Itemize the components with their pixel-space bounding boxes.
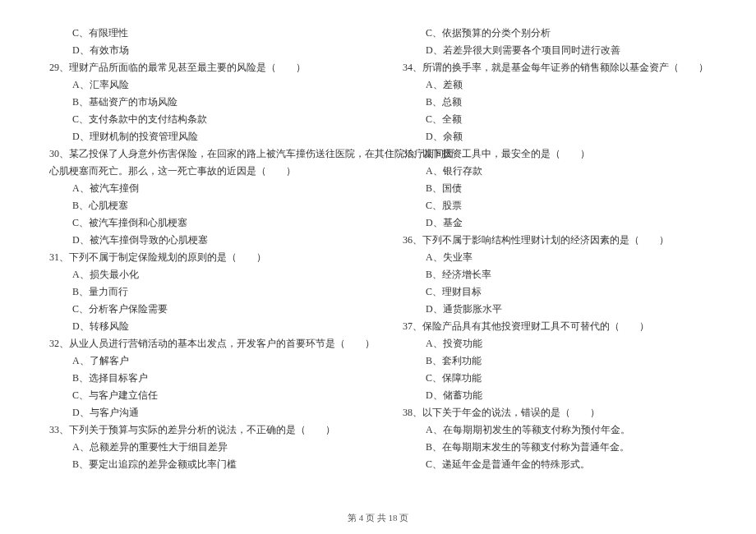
option-text: C、有限理性 bbox=[72, 25, 353, 42]
option-text: A、汇率风险 bbox=[72, 76, 353, 94]
option-text: D、与客户沟通 bbox=[72, 404, 353, 421]
option-text: C、被汽车撞倒和心肌梗塞 bbox=[72, 214, 353, 232]
option-text: D、被汽车撞倒导致的心肌梗塞 bbox=[72, 232, 353, 249]
left-column: C、有限理性 D、有效市场 29、理财产品所面临的最常见甚至最主要的风险是（ ）… bbox=[0, 25, 378, 501]
option-text: C、分析客户保险需要 bbox=[72, 301, 353, 318]
option-text: C、支付条款中的支付结构条款 bbox=[72, 111, 353, 128]
option-text: A、银行存款 bbox=[426, 163, 731, 180]
option-text: B、要定出追踪的差异金额或比率门槛 bbox=[72, 456, 353, 473]
option-text: B、经济增长率 bbox=[426, 266, 731, 283]
option-text: B、选择目标客户 bbox=[72, 370, 353, 387]
option-text: D、转移风险 bbox=[72, 318, 353, 335]
option-text: C、递延年金是普通年金的特殊形式。 bbox=[426, 456, 731, 473]
question-stem-continued: 心肌梗塞而死亡。那么，这一死亡事故的近因是（ ） bbox=[49, 163, 353, 180]
option-text: B、量力而行 bbox=[72, 283, 353, 301]
question-stem: 37、保险产品具有其他投资理财工具不可替代的（ ） bbox=[403, 318, 731, 335]
question-stem: 30、某乙投保了人身意外伤害保险，在回家的路上被汽车撞伤送往医院，在其住院治疗期… bbox=[49, 145, 353, 163]
option-text: C、依据预算的分类个别分析 bbox=[426, 25, 731, 42]
option-text: A、在每期期初发生的等额支付称为预付年金。 bbox=[426, 421, 731, 439]
page-footer: 第 4 页 共 18 页 bbox=[0, 512, 756, 524]
option-text: B、国债 bbox=[426, 180, 731, 197]
option-text: C、理财目标 bbox=[426, 283, 731, 301]
question-stem: 36、下列不属于影响结构性理财计划的经济因素的是（ ） bbox=[403, 232, 731, 249]
option-text: C、保障功能 bbox=[426, 370, 731, 387]
option-text: B、在每期期末发生的等额支付称为普通年金。 bbox=[426, 439, 731, 456]
question-stem: 29、理财产品所面临的最常见甚至最主要的风险是（ ） bbox=[49, 59, 353, 76]
option-text: D、基金 bbox=[426, 214, 731, 232]
option-text: A、了解客户 bbox=[72, 352, 353, 370]
question-stem: 38、以下关于年金的说法，错误的是（ ） bbox=[403, 404, 731, 421]
question-stem: 32、从业人员进行营销活动的基本出发点，开发客户的首要环节是（ ） bbox=[49, 335, 353, 352]
option-text: D、理财机制的投资管理风险 bbox=[72, 128, 353, 145]
question-stem: 31、下列不属于制定保险规划的原则的是（ ） bbox=[49, 249, 353, 266]
option-text: B、心肌梗塞 bbox=[72, 197, 353, 214]
option-text: C、股票 bbox=[426, 197, 731, 214]
option-text: A、差额 bbox=[426, 76, 731, 94]
question-stem: 34、所谓的换手率，就是基金每年证券的销售额除以基金资产（ ） bbox=[403, 59, 731, 76]
question-stem: 33、下列关于预算与实际的差异分析的说法，不正确的是（ ） bbox=[49, 421, 353, 439]
content-columns: C、有限理性 D、有效市场 29、理财产品所面临的最常见甚至最主要的风险是（ ）… bbox=[0, 25, 756, 501]
option-text: A、被汽车撞倒 bbox=[72, 180, 353, 197]
option-text: A、投资功能 bbox=[426, 335, 731, 352]
option-text: A、损失最小化 bbox=[72, 266, 353, 283]
option-text: D、储蓄功能 bbox=[426, 387, 731, 404]
option-text: C、全额 bbox=[426, 111, 731, 128]
option-text: C、与客户建立信任 bbox=[72, 387, 353, 404]
right-column: C、依据预算的分类个别分析 D、若差异很大则需要各个项目同时进行改善 34、所谓… bbox=[378, 25, 756, 501]
option-text: D、有效市场 bbox=[72, 42, 353, 59]
question-stem: 35、以下投资工具中，最安全的是（ ） bbox=[403, 145, 731, 163]
option-text: A、失业率 bbox=[426, 249, 731, 266]
option-text: A、总额差异的重要性大于细目差异 bbox=[72, 439, 353, 456]
option-text: D、若差异很大则需要各个项目同时进行改善 bbox=[426, 42, 731, 59]
option-text: D、通货膨胀水平 bbox=[426, 301, 731, 318]
option-text: D、余额 bbox=[426, 128, 731, 145]
option-text: B、总额 bbox=[426, 94, 731, 111]
option-text: B、套利功能 bbox=[426, 352, 731, 370]
option-text: B、基础资产的市场风险 bbox=[72, 94, 353, 111]
